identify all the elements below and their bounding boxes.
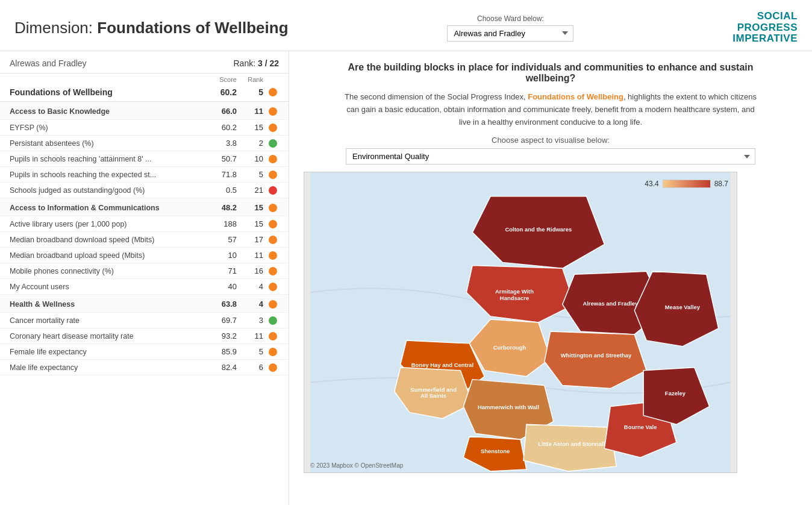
- metric-score: 10: [201, 251, 237, 260]
- legend-max: 88.7: [714, 180, 728, 188]
- metric-name: Access to Basic Knowledge: [10, 107, 201, 116]
- metric-dot: [267, 348, 279, 356]
- metric-score: 50.7: [201, 154, 237, 163]
- section-row: Access to Basic Knowledge 66.0 11: [0, 102, 289, 120]
- tagline: Are the building blocks in place for ind…: [346, 62, 755, 84]
- fw-name: Foundations of Wellbeing: [10, 87, 201, 97]
- metric-rank: 21: [237, 186, 263, 195]
- metric-score: 69.7: [201, 316, 237, 325]
- section-row: Access to Information & Communications 4…: [0, 198, 289, 216]
- page-header: Dimension: Foundations of Wellbeing Choo…: [0, 0, 812, 51]
- metric-name: EYFSP (%): [10, 124, 201, 132]
- metric-rank: 5: [237, 347, 263, 356]
- metric-rank: 11: [237, 331, 263, 340]
- metric-rank: 15: [237, 203, 263, 212]
- fw-row: Foundations of Wellbeing 60.2 5: [0, 83, 289, 102]
- metric-row: My Account users 40 4: [0, 279, 289, 295]
- metric-score: 0.5: [201, 186, 237, 195]
- rank-ward: Alrewas and Fradley: [10, 58, 87, 68]
- metric-score: 188: [201, 219, 237, 228]
- metric-rank: 4: [237, 282, 263, 291]
- logo: SOCIAL PROGRESS IMPERATIVE: [732, 11, 798, 45]
- metric-dot: [267, 267, 279, 275]
- metric-score: 60.2: [201, 123, 237, 132]
- metric-score: 40: [201, 282, 237, 291]
- metric-dot: [267, 332, 279, 340]
- metric-dot: [267, 283, 279, 291]
- metric-rank: 11: [237, 107, 263, 116]
- logo-line1: SOCIAL: [732, 11, 798, 22]
- left-panel: Alrewas and Fradley Rank: 3 / 22 Score R…: [0, 51, 289, 505]
- score-col-header: Score: [201, 76, 237, 83]
- metric-rank: 2: [237, 139, 263, 148]
- legend-min: 43.4: [645, 180, 658, 188]
- metric-row: Median broadband download speed (Mbits) …: [0, 232, 289, 248]
- aspect-label: Choose aspect to visualise below:: [492, 136, 610, 145]
- metric-row: Female life expectancy 85.9 5: [0, 344, 289, 360]
- metric-dot: [267, 155, 279, 163]
- metric-row: Cancer mortality rate 69.7 3: [0, 313, 289, 328]
- desc-part1: The second dimension of the Social Progr…: [345, 92, 528, 101]
- metric-name: Median broadband download speed (Mbits): [10, 236, 201, 244]
- main-layout: Alrewas and Fradley Rank: 3 / 22 Score R…: [0, 51, 812, 505]
- metric-dot: [267, 236, 279, 244]
- metric-name: Median broadband upload speed (Mbits): [10, 251, 201, 260]
- metric-name: Pupils in schools reaching the expected …: [10, 171, 201, 179]
- metric-dot: [267, 139, 279, 148]
- metric-dot: [267, 316, 279, 325]
- title-prefix: Dimension:: [14, 19, 97, 37]
- right-panel: Are the building blocks in place for ind…: [289, 51, 812, 505]
- metric-row: Mobile phones connectivity (%) 71 16: [0, 263, 289, 279]
- map-credit: © 2023 Mapbox © OpenStreetMap: [310, 462, 403, 469]
- metric-rank: 3: [237, 316, 263, 325]
- metric-row: Pupils in schools reaching 'attainment 8…: [0, 151, 289, 167]
- logo-line2: PROGRESS: [732, 22, 798, 34]
- metric-row: EYFSP (%) 60.2 15: [0, 120, 289, 136]
- metric-name: Male life expectancy: [10, 363, 201, 372]
- aspect-select[interactable]: Environmental QualityAccess to Basic Kno…: [346, 148, 755, 165]
- metric-rank: 11: [237, 251, 263, 260]
- metric-dot: [267, 186, 279, 195]
- metric-name: Persistant absentees (%): [10, 139, 201, 148]
- metric-score: 85.9: [201, 347, 237, 356]
- metric-name: Cancer mortality rate: [10, 316, 201, 325]
- fw-score: 60.2: [201, 87, 237, 97]
- metric-name: Female life expectancy: [10, 348, 201, 356]
- map-legend: 43.4 88.7: [645, 180, 728, 188]
- metric-score: 63.8: [201, 300, 237, 309]
- metric-dot: [267, 171, 279, 179]
- map-container: 43.4 88.7 Colton and the Ridwares Armita…: [304, 172, 737, 473]
- section-row: Health & Wellness 63.8 4: [0, 295, 289, 313]
- metric-dot: [267, 363, 279, 372]
- metric-dot: [267, 204, 279, 212]
- logo-line3: IMPERATIVE: [732, 33, 798, 45]
- metric-row: Male life expectancy 82.4 6: [0, 360, 289, 375]
- metric-row: Coronary heart disease mortality rate 93…: [0, 328, 289, 344]
- legend-bar: [663, 180, 711, 188]
- ward-selector: Choose Ward below: Alrewas and FradleyAr…: [447, 14, 573, 42]
- score-rank-cols: Score Rank: [0, 74, 289, 83]
- metric-dot: [267, 124, 279, 132]
- metric-score: 93.2: [201, 331, 237, 340]
- metric-score: 82.4: [201, 363, 237, 372]
- fw-rank: 5: [237, 87, 263, 97]
- ward-select[interactable]: Alrewas and FradleyArmitage With Handsac…: [447, 25, 573, 42]
- metric-rank: 10: [237, 154, 263, 163]
- metric-rank: 17: [237, 235, 263, 244]
- metric-name: Active library users (per 1,000 pop): [10, 220, 201, 228]
- metric-row: Active library users (per 1,000 pop) 188…: [0, 216, 289, 232]
- metric-row: Schools judged as outstanding/good (%) 0…: [0, 183, 289, 198]
- metric-score: 3.8: [201, 139, 237, 148]
- desc-highlight: Foundations of Wellbeing: [528, 92, 623, 101]
- metric-rank: 15: [237, 219, 263, 228]
- ward-mease[interactable]: [634, 272, 718, 347]
- metric-rank: 15: [237, 123, 263, 132]
- metric-name: Access to Information & Communications: [10, 204, 201, 212]
- metric-score: 66.0: [201, 107, 237, 116]
- metric-score: 71.8: [201, 170, 237, 179]
- metric-name: Health & Wellness: [10, 300, 201, 309]
- metric-dot: [267, 300, 279, 309]
- metrics-container: Access to Basic Knowledge 66.0 11 EYFSP …: [0, 102, 289, 375]
- ward-little-aston[interactable]: [523, 425, 616, 472]
- metric-dot: [267, 251, 279, 260]
